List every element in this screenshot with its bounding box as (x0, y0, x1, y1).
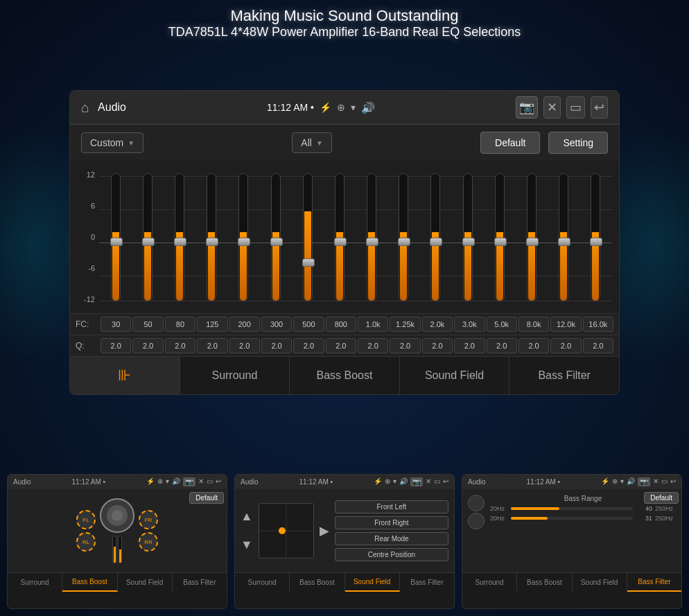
fc-val-2[interactable]: 50 (132, 317, 163, 332)
sf-up-arrow[interactable]: ▲ (241, 509, 253, 524)
channel-dropdown[interactable]: All ▼ (292, 132, 331, 153)
sp1-tab-surround[interactable]: Surround (8, 573, 62, 592)
fc-val-3[interactable]: 80 (165, 317, 195, 332)
q-val-14[interactable]: 2.0 (518, 338, 549, 353)
slider-handle-15[interactable] (558, 238, 570, 246)
slider-handle-7[interactable] (302, 258, 315, 267)
slider-handle-13[interactable] (494, 238, 507, 246)
q-val-9[interactable]: 2.0 (358, 338, 388, 353)
slider-handle-5[interactable] (238, 238, 250, 246)
slider-track-15[interactable] (559, 173, 568, 301)
fc-val-6[interactable]: 300 (261, 317, 292, 332)
sp2-tab-sound-field[interactable]: Sound Field (345, 573, 400, 592)
slider-track-4[interactable] (207, 173, 216, 301)
slider-track-14[interactable] (527, 173, 537, 301)
slider-track-5[interactable] (238, 173, 248, 301)
sp2-tab-surround[interactable]: Surround (235, 573, 290, 592)
sf-right-arrow[interactable]: ▶ (320, 523, 329, 538)
fc-val-4[interactable]: 125 (197, 317, 227, 332)
tab-sound-field[interactable]: Sound Field (400, 357, 510, 394)
fc-val-16[interactable]: 16.0k (583, 317, 613, 332)
sp3-tab-bass-filter[interactable]: Bass Filter (627, 573, 681, 592)
q-val-3[interactable]: 2.0 (165, 338, 195, 353)
slider-handle-8[interactable] (334, 238, 347, 246)
slider-track-6[interactable] (271, 173, 281, 301)
sp1-default-btn[interactable]: Default (189, 492, 224, 504)
sp3-tab-surround[interactable]: Surround (462, 573, 517, 592)
sf-down-arrow[interactable]: ▼ (241, 538, 253, 552)
slider-track-12[interactable] (463, 173, 473, 301)
slider-track-16[interactable] (591, 173, 600, 301)
q-val-2[interactable]: 2.0 (132, 338, 163, 353)
window-btn[interactable]: ▭ (566, 96, 585, 118)
fc-val-15[interactable]: 12.0k (550, 317, 581, 332)
sp2-tab-bass-filter[interactable]: Bass Filter (400, 573, 454, 592)
slider-handle-3[interactable] (174, 238, 186, 246)
fc-val-8[interactable]: 800 (326, 317, 356, 332)
slider-handle-1[interactable] (110, 238, 123, 246)
fc-val-13[interactable]: 5.0k (487, 317, 517, 332)
slider-track-11[interactable] (430, 173, 440, 301)
slider-track-8[interactable] (335, 173, 344, 301)
q-val-12[interactable]: 2.0 (454, 338, 485, 353)
tab-bass-filter[interactable]: Bass Filter (509, 357, 619, 394)
volume-icon[interactable]: 🔊 (361, 101, 375, 114)
q-val-15[interactable]: 2.0 (550, 338, 581, 353)
camera-btn[interactable]: 📷 (516, 96, 538, 118)
slider-track-13[interactable] (495, 173, 505, 301)
sp2-tab-bass-boost[interactable]: Bass Boost (290, 573, 344, 592)
default-button[interactable]: Default (480, 132, 540, 154)
slider-track-3[interactable] (175, 173, 184, 301)
slider-handle-12[interactable] (462, 238, 475, 246)
fc-val-11[interactable]: 2.0k (422, 317, 453, 332)
q-val-13[interactable]: 2.0 (487, 338, 517, 353)
slider-track-7[interactable] (303, 173, 313, 301)
slider-track-2[interactable] (143, 173, 152, 301)
q-val-11[interactable]: 2.0 (422, 338, 453, 353)
slider-handle-16[interactable] (590, 238, 602, 246)
q-val-8[interactable]: 2.0 (326, 338, 356, 353)
sf-centre-position-btn[interactable]: Centre Position (335, 548, 448, 561)
sp3-default-btn[interactable]: Default (644, 492, 679, 504)
fc-val-12[interactable]: 3.0k (454, 317, 485, 332)
sp1-tab-bass-filter[interactable]: Bass Filter (173, 573, 227, 592)
q-val-16[interactable]: 2.0 (583, 338, 613, 353)
sp1-tab-bass-boost[interactable]: Bass Boost (62, 573, 117, 592)
sp3-tab-sound-field[interactable]: Sound Field (573, 573, 627, 592)
tab-surround[interactable]: Surround (180, 357, 290, 394)
tab-eq-icon[interactable]: ⊪ (70, 357, 180, 394)
bf-slider-track2[interactable] (511, 517, 633, 520)
slider-handle-10[interactable] (398, 238, 410, 246)
home-icon[interactable]: ⌂ (81, 100, 89, 116)
fc-val-1[interactable]: 30 (101, 317, 131, 332)
sf-front-right-btn[interactable]: Front Right (335, 516, 448, 529)
slider-track-9[interactable] (367, 173, 376, 301)
fc-val-5[interactable]: 200 (229, 317, 260, 332)
bf-slider-track1[interactable] (511, 507, 633, 510)
fc-val-14[interactable]: 8.0k (518, 317, 549, 332)
slider-handle-11[interactable] (430, 238, 442, 246)
slider-handle-14[interactable] (526, 238, 539, 246)
fc-val-7[interactable]: 500 (293, 317, 324, 332)
q-val-6[interactable]: 2.0 (261, 338, 292, 353)
slider-track-1[interactable] (111, 173, 121, 301)
q-val-7[interactable]: 2.0 (293, 338, 324, 353)
slider-handle-6[interactable] (270, 238, 283, 246)
sf-front-left-btn[interactable]: Front Left (335, 500, 448, 513)
slider-track-10[interactable] (399, 173, 408, 301)
fc-val-10[interactable]: 1.25k (390, 317, 420, 332)
close-btn[interactable]: ✕ (543, 96, 561, 118)
slider-handle-2[interactable] (142, 238, 155, 246)
q-val-4[interactable]: 2.0 (197, 338, 227, 353)
q-val-10[interactable]: 2.0 (390, 338, 420, 353)
q-val-1[interactable]: 2.0 (101, 338, 131, 353)
tab-bass-boost[interactable]: Bass Boost (290, 357, 400, 394)
q-val-5[interactable]: 2.0 (229, 338, 260, 353)
sf-rear-mode-btn[interactable]: Rear Mode (335, 532, 448, 545)
sp1-tab-sound-field[interactable]: Sound Field (118, 573, 173, 592)
fc-val-9[interactable]: 1.0k (358, 317, 388, 332)
slider-handle-9[interactable] (366, 238, 378, 246)
slider-handle-4[interactable] (206, 238, 218, 246)
sp3-tab-bass-boost[interactable]: Bass Boost (517, 573, 572, 592)
setting-button[interactable]: Setting (548, 132, 608, 154)
